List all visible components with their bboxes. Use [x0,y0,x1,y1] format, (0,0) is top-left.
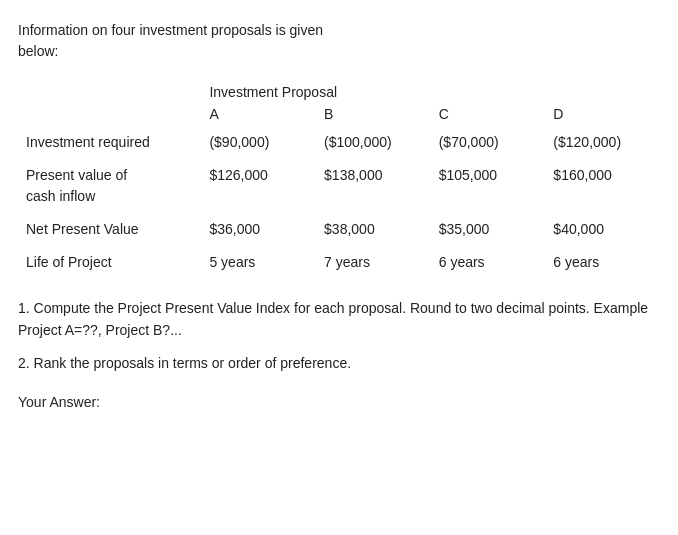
row2-label: Net Present Value [18,213,201,246]
table-row: Present value of cash inflow $126,000 $1… [18,159,660,213]
col-a-header: A [201,102,316,126]
question-1: 1. Compute the Project Present Value Ind… [18,297,660,342]
row1-c: $105,000 [431,159,546,213]
row0-d: ($120,000) [545,126,660,159]
answer-label-text: Your Answer: [18,394,100,410]
investment-table: Investment Proposal A B C D Investment r… [18,80,660,279]
row2-a: $36,000 [201,213,316,246]
row2-c: $35,000 [431,213,546,246]
row2-b: $38,000 [316,213,431,246]
question-2: 2. Rank the proposals in terms or order … [18,352,660,374]
row3-c: 6 years [431,246,546,279]
row0-a: ($90,000) [201,126,316,159]
row0-label: Investment required [18,126,201,159]
row0-c: ($70,000) [431,126,546,159]
table-row: Life of Project 5 years 7 years 6 years … [18,246,660,279]
row1-label: Present value of cash inflow [18,159,201,213]
col-label-header [18,80,201,102]
table-row: Net Present Value $36,000 $38,000 $35,00… [18,213,660,246]
your-answer-label: Your Answer: [18,394,660,410]
intro-line2: below: [18,43,58,59]
intro-line1: Information on four investment proposals… [18,22,323,38]
row1-b: $138,000 [316,159,431,213]
question-section: 1. Compute the Project Present Value Ind… [18,297,660,374]
col-b-header: B [316,102,431,126]
table-row: Investment required ($90,000) ($100,000)… [18,126,660,159]
proposal-header: Investment Proposal [201,80,660,102]
row3-label: Life of Project [18,246,201,279]
col-d-header: D [545,102,660,126]
row3-a: 5 years [201,246,316,279]
col-empty-header [18,102,201,126]
row3-b: 7 years [316,246,431,279]
row1-a: $126,000 [201,159,316,213]
row2-d: $40,000 [545,213,660,246]
row3-d: 6 years [545,246,660,279]
row0-b: ($100,000) [316,126,431,159]
intro-text: Information on four investment proposals… [18,20,660,62]
col-c-header: C [431,102,546,126]
row1-d: $160,000 [545,159,660,213]
